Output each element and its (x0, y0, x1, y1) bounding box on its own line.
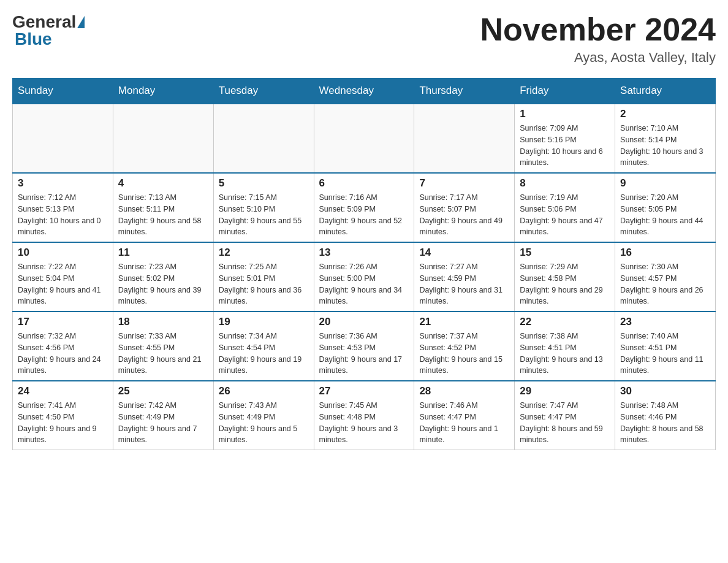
day-number: 3 (18, 177, 108, 190)
day-number: 29 (520, 385, 610, 397)
day-number: 8 (520, 177, 610, 190)
header-monday: Monday (113, 79, 213, 104)
calendar-cell: 16Sunrise: 7:30 AMSunset: 4:57 PMDayligh… (615, 242, 716, 312)
day-number: 27 (319, 385, 409, 397)
calendar-cell: 15Sunrise: 7:29 AMSunset: 4:58 PMDayligh… (515, 242, 615, 312)
calendar-cell: 22Sunrise: 7:38 AMSunset: 4:51 PMDayligh… (515, 312, 615, 381)
day-info: Sunrise: 7:29 AMSunset: 4:58 PMDaylight:… (520, 261, 610, 307)
day-number: 4 (118, 177, 208, 190)
header-sunday: Sunday (13, 79, 113, 104)
calendar-cell (314, 104, 414, 173)
day-number: 26 (219, 385, 309, 397)
day-number: 28 (419, 385, 509, 397)
day-info: Sunrise: 7:47 AMSunset: 4:47 PMDaylight:… (520, 400, 610, 446)
calendar-cell: 18Sunrise: 7:33 AMSunset: 4:55 PMDayligh… (113, 312, 213, 381)
day-number: 9 (620, 177, 710, 190)
title-block: November 2024 Ayas, Aosta Valley, Italy (480, 12, 716, 66)
day-info: Sunrise: 7:41 AMSunset: 4:50 PMDaylight:… (18, 400, 108, 446)
calendar-cell (113, 104, 213, 173)
day-number: 22 (520, 316, 610, 328)
calendar-subtitle: Ayas, Aosta Valley, Italy (480, 50, 716, 66)
day-number: 16 (620, 247, 710, 259)
calendar-week-row: 24Sunrise: 7:41 AMSunset: 4:50 PMDayligh… (13, 381, 716, 450)
day-info: Sunrise: 7:42 AMSunset: 4:49 PMDaylight:… (118, 400, 208, 446)
calendar-header-row: Sunday Monday Tuesday Wednesday Thursday… (13, 79, 716, 104)
calendar-cell: 6Sunrise: 7:16 AMSunset: 5:09 PMDaylight… (314, 173, 414, 242)
header-thursday: Thursday (414, 79, 515, 104)
day-number: 18 (118, 316, 208, 328)
day-info: Sunrise: 7:34 AMSunset: 4:54 PMDaylight:… (219, 331, 309, 377)
calendar-cell (13, 104, 113, 173)
day-number: 17 (18, 316, 108, 328)
logo-triangle-icon (77, 16, 85, 28)
day-info: Sunrise: 7:48 AMSunset: 4:46 PMDaylight:… (620, 400, 710, 446)
day-info: Sunrise: 7:20 AMSunset: 5:05 PMDaylight:… (620, 192, 710, 238)
day-info: Sunrise: 7:27 AMSunset: 4:59 PMDaylight:… (419, 261, 509, 307)
day-info: Sunrise: 7:45 AMSunset: 4:48 PMDaylight:… (319, 400, 409, 446)
day-number: 25 (118, 385, 208, 397)
day-number: 1 (520, 108, 610, 120)
day-number: 6 (319, 177, 409, 190)
calendar-cell: 21Sunrise: 7:37 AMSunset: 4:52 PMDayligh… (414, 312, 515, 381)
day-number: 14 (419, 247, 509, 259)
day-number: 21 (419, 316, 509, 328)
calendar-cell: 26Sunrise: 7:43 AMSunset: 4:49 PMDayligh… (213, 381, 314, 450)
calendar-cell: 10Sunrise: 7:22 AMSunset: 5:04 PMDayligh… (13, 242, 113, 312)
calendar-cell: 11Sunrise: 7:23 AMSunset: 5:02 PMDayligh… (113, 242, 213, 312)
header-wednesday: Wednesday (314, 79, 414, 104)
calendar-cell: 4Sunrise: 7:13 AMSunset: 5:11 PMDaylight… (113, 173, 213, 242)
calendar-cell: 5Sunrise: 7:15 AMSunset: 5:10 PMDaylight… (213, 173, 314, 242)
day-number: 11 (118, 247, 208, 259)
calendar-cell: 27Sunrise: 7:45 AMSunset: 4:48 PMDayligh… (314, 381, 414, 450)
calendar-cell: 30Sunrise: 7:48 AMSunset: 4:46 PMDayligh… (615, 381, 716, 450)
day-number: 12 (219, 247, 309, 259)
calendar-cell: 13Sunrise: 7:26 AMSunset: 5:00 PMDayligh… (314, 242, 414, 312)
day-info: Sunrise: 7:40 AMSunset: 4:51 PMDaylight:… (620, 331, 710, 377)
day-info: Sunrise: 7:26 AMSunset: 5:00 PMDaylight:… (319, 261, 409, 307)
calendar-cell: 1Sunrise: 7:09 AMSunset: 5:16 PMDaylight… (515, 104, 615, 173)
header-saturday: Saturday (615, 79, 716, 104)
day-info: Sunrise: 7:25 AMSunset: 5:01 PMDaylight:… (219, 261, 309, 307)
calendar-title: November 2024 (480, 12, 716, 47)
day-info: Sunrise: 7:36 AMSunset: 4:53 PMDaylight:… (319, 331, 409, 377)
day-number: 24 (18, 385, 108, 397)
day-info: Sunrise: 7:46 AMSunset: 4:47 PMDaylight:… (419, 400, 509, 446)
day-info: Sunrise: 7:37 AMSunset: 4:52 PMDaylight:… (419, 331, 509, 377)
day-info: Sunrise: 7:13 AMSunset: 5:11 PMDaylight:… (118, 192, 208, 238)
calendar-week-row: 10Sunrise: 7:22 AMSunset: 5:04 PMDayligh… (13, 242, 716, 312)
calendar-cell: 20Sunrise: 7:36 AMSunset: 4:53 PMDayligh… (314, 312, 414, 381)
calendar-table: Sunday Monday Tuesday Wednesday Thursday… (12, 78, 716, 450)
day-info: Sunrise: 7:43 AMSunset: 4:49 PMDaylight:… (219, 400, 309, 446)
day-info: Sunrise: 7:17 AMSunset: 5:07 PMDaylight:… (419, 192, 509, 238)
day-info: Sunrise: 7:33 AMSunset: 4:55 PMDaylight:… (118, 331, 208, 377)
day-info: Sunrise: 7:12 AMSunset: 5:13 PMDaylight:… (18, 192, 108, 238)
day-number: 19 (219, 316, 309, 328)
day-number: 2 (620, 108, 710, 120)
day-info: Sunrise: 7:19 AMSunset: 5:06 PMDaylight:… (520, 192, 610, 238)
day-info: Sunrise: 7:15 AMSunset: 5:10 PMDaylight:… (219, 192, 309, 238)
header-friday: Friday (515, 79, 615, 104)
calendar-week-row: 3Sunrise: 7:12 AMSunset: 5:13 PMDaylight… (13, 173, 716, 242)
day-info: Sunrise: 7:38 AMSunset: 4:51 PMDaylight:… (520, 331, 610, 377)
calendar-cell: 2Sunrise: 7:10 AMSunset: 5:14 PMDaylight… (615, 104, 716, 173)
calendar-cell (213, 104, 314, 173)
calendar-week-row: 17Sunrise: 7:32 AMSunset: 4:56 PMDayligh… (13, 312, 716, 381)
day-info: Sunrise: 7:10 AMSunset: 5:14 PMDaylight:… (620, 123, 710, 169)
calendar-week-row: 1Sunrise: 7:09 AMSunset: 5:16 PMDaylight… (13, 104, 716, 173)
day-number: 15 (520, 247, 610, 259)
day-number: 23 (620, 316, 710, 328)
calendar-cell (414, 104, 515, 173)
header: General Blue November 2024 Ayas, Aosta V… (12, 12, 716, 66)
day-info: Sunrise: 7:23 AMSunset: 5:02 PMDaylight:… (118, 261, 208, 307)
calendar-cell: 9Sunrise: 7:20 AMSunset: 5:05 PMDaylight… (615, 173, 716, 242)
logo: General Blue (12, 12, 86, 49)
day-info: Sunrise: 7:32 AMSunset: 4:56 PMDaylight:… (18, 331, 108, 377)
calendar-cell: 25Sunrise: 7:42 AMSunset: 4:49 PMDayligh… (113, 381, 213, 450)
logo-blue-text: Blue (15, 29, 52, 49)
calendar-cell: 24Sunrise: 7:41 AMSunset: 4:50 PMDayligh… (13, 381, 113, 450)
calendar-cell: 7Sunrise: 7:17 AMSunset: 5:07 PMDaylight… (414, 173, 515, 242)
calendar-cell: 28Sunrise: 7:46 AMSunset: 4:47 PMDayligh… (414, 381, 515, 450)
day-number: 13 (319, 247, 409, 259)
calendar-cell: 23Sunrise: 7:40 AMSunset: 4:51 PMDayligh… (615, 312, 716, 381)
header-tuesday: Tuesday (213, 79, 314, 104)
